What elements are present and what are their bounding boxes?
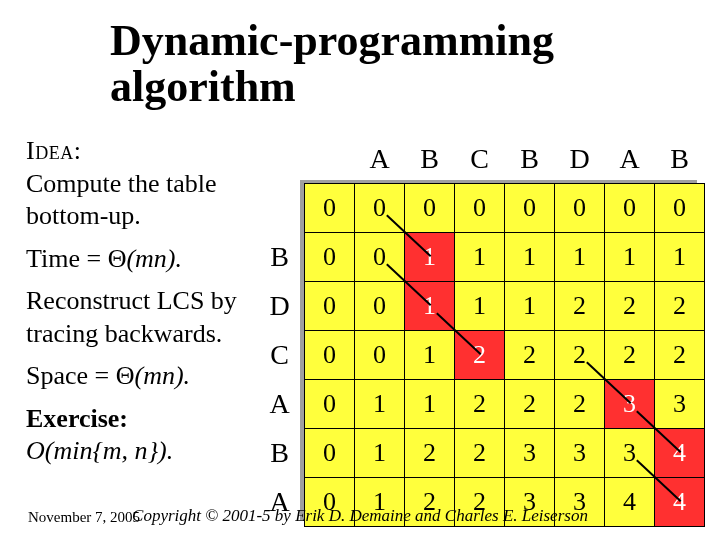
dp-cell-r1-c5: 1 [555,233,605,282]
dp-cell-r2-c3: 1 [455,282,505,331]
slide-title: Dynamic-programming algorithm [110,18,554,110]
dp-cell-r1-c0: 0 [305,233,355,282]
dp-cell-r0-c6: 0 [605,184,655,233]
col-header-B: B [655,135,705,184]
row-header-blank [255,184,305,233]
dp-cell-r3-c0: 0 [305,331,355,380]
idea-heading: Idea: [26,136,81,165]
reconstruct-para: Reconstruct LCS by tracing backwards. [26,285,246,350]
dp-cell-r5-c1: 1 [355,429,405,478]
exercise-pre: O(min{ [26,436,103,465]
dp-cell-r3-c7: 2 [655,331,705,380]
row-header-C: C [255,331,305,380]
exercise-post: }). [148,436,174,465]
dp-cell-r5-c0: 0 [305,429,355,478]
dp-cell-r3-c1: 0 [355,331,405,380]
dp-cell-r3-c3: 2 [455,331,505,380]
col-header-C: C [455,135,505,184]
col-header-D: D [555,135,605,184]
dp-cell-r2-c6: 2 [605,282,655,331]
dp-cell-r1-c7: 1 [655,233,705,282]
dp-cell-r0-c2: 0 [405,184,455,233]
dp-cell-r4-c2: 1 [405,380,455,429]
dp-cell-r3-c5: 2 [555,331,605,380]
dp-cell-r5-c7: 4 [655,429,705,478]
dp-cell-r0-c5: 0 [555,184,605,233]
dp-cell-r2-c1: 0 [355,282,405,331]
dp-cell-r5-c2: 2 [405,429,455,478]
dp-table: ABCBDAB00000000B00111111D00111222C001222… [255,135,705,527]
body-text-block: Idea: Compute the table bottom-up. Time … [26,135,246,478]
dp-cell-r2-c7: 2 [655,282,705,331]
exercise-mn: m, n [103,436,148,465]
footer-copyright: Copyright © 2001-5 by Erik D. Demaine an… [0,506,720,526]
theta-symbol-2: Θ [116,361,135,390]
space-prefix: Space = [26,361,116,390]
time-mn: (mn). [126,244,182,273]
dp-cell-r4-c5: 2 [555,380,605,429]
theta-symbol: Θ [108,244,127,273]
dp-cell-r2-c0: 0 [305,282,355,331]
title-line-2: algorithm [110,62,296,111]
dp-cell-r1-c3: 1 [455,233,505,282]
dp-cell-r4-c0: 0 [305,380,355,429]
dp-table-container: ABCBDAB00000000B00111111D00111222C001222… [255,135,705,527]
space-line: Space = Θ(mn). [26,360,246,393]
time-line: Time = Θ(mn). [26,243,246,276]
dp-cell-r4-c1: 1 [355,380,405,429]
dp-cell-r4-c4: 2 [505,380,555,429]
dp-cell-r0-c1: 0 [355,184,405,233]
dp-cell-r5-c5: 3 [555,429,605,478]
row-header-B: B [255,429,305,478]
dp-cell-r0-c4: 0 [505,184,555,233]
col-header-blank [305,135,355,184]
dp-cell-r3-c4: 2 [505,331,555,380]
dp-cell-r1-c1: 0 [355,233,405,282]
row-header-D: D [255,282,305,331]
col-header-B: B [505,135,555,184]
title-line-1: Dynamic-programming [110,16,554,65]
row-header-A: A [255,380,305,429]
dp-cell-r0-c7: 0 [655,184,705,233]
dp-cell-r4-c3: 2 [455,380,505,429]
dp-cell-r1-c6: 1 [605,233,655,282]
dp-cell-r5-c6: 3 [605,429,655,478]
header-corner-blank [255,135,305,184]
row-header-B: B [255,233,305,282]
dp-cell-r4-c7: 3 [655,380,705,429]
dp-cell-r1-c4: 1 [505,233,555,282]
time-prefix: Time = [26,244,108,273]
compute-para: Compute the table bottom-up. [26,169,217,231]
dp-cell-r4-c6: 3 [605,380,655,429]
dp-cell-r1-c2: 1 [405,233,455,282]
col-header-A: A [605,135,655,184]
space-mn: (mn). [135,361,191,390]
exercise-line: Exercise: O(min{m, n}). [26,403,246,468]
dp-cell-r5-c3: 2 [455,429,505,478]
dp-cell-r2-c5: 2 [555,282,605,331]
dp-cell-r0-c0: 0 [305,184,355,233]
col-header-A: A [355,135,405,184]
dp-cell-r5-c4: 3 [505,429,555,478]
dp-cell-r3-c6: 2 [605,331,655,380]
dp-cell-r0-c3: 0 [455,184,505,233]
col-header-B: B [405,135,455,184]
dp-cell-r2-c2: 1 [405,282,455,331]
dp-cell-r2-c4: 1 [505,282,555,331]
dp-cell-r3-c2: 1 [405,331,455,380]
exercise-label: Exercise: [26,404,128,433]
